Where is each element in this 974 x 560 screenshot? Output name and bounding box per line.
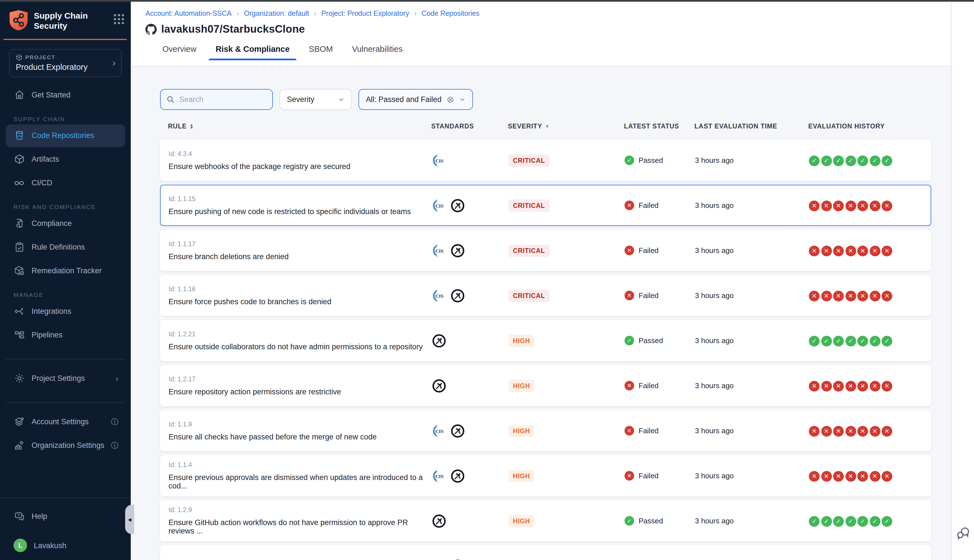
history-fail-icon[interactable]: ✕ (821, 200, 832, 211)
history-pass-icon[interactable]: ✓ (845, 335, 856, 346)
history-pass-icon[interactable]: ✓ (845, 155, 856, 166)
clear-filter-icon[interactable]: ⊗ (447, 95, 454, 104)
history-fail-icon[interactable]: ✕ (857, 380, 868, 391)
history-fail-icon[interactable]: ✕ (857, 290, 868, 301)
history-fail-icon[interactable]: ✕ (882, 380, 892, 391)
history-fail-icon[interactable]: ✕ (845, 290, 856, 301)
sidebar-item-get-started[interactable]: Get Started (6, 84, 125, 106)
sidebar-item-ci-cd[interactable]: CI/CD (6, 172, 125, 194)
history-fail-icon[interactable]: ✕ (845, 245, 856, 256)
history-pass-icon[interactable]: ✓ (833, 516, 844, 527)
history-fail-icon[interactable]: ✕ (882, 200, 892, 211)
info-icon[interactable]: ⓘ (111, 417, 118, 427)
table-row[interactable]: Id: 1.1.15 Ensure pushing of new code is… (160, 185, 931, 226)
history-fail-icon[interactable]: ✕ (869, 426, 880, 436)
history-pass-icon[interactable]: ✓ (833, 335, 844, 346)
sidebar-item-code-repositories[interactable]: </>Code Repositories (6, 124, 125, 147)
history-pass-icon[interactable]: ✓ (821, 335, 832, 346)
history-fail-icon[interactable]: ✕ (833, 290, 844, 301)
history-fail-icon[interactable]: ✕ (809, 471, 820, 482)
app-switcher-icon[interactable] (114, 14, 124, 24)
history-pass-icon[interactable]: ✓ (809, 335, 820, 346)
status-filter[interactable]: All: Passed and Failed ⊗ (359, 89, 473, 110)
history-fail-icon[interactable]: ✕ (869, 471, 880, 482)
history-fail-icon[interactable]: ✕ (821, 245, 832, 256)
sidebar-item-artifacts[interactable]: Artifacts (6, 148, 125, 170)
breadcrumb-link[interactable]: Organization: default (244, 10, 309, 17)
history-fail-icon[interactable]: ✕ (882, 426, 892, 436)
sidebar-item-compliance[interactable]: Compliance (6, 212, 125, 235)
severity-select[interactable]: Severity (280, 89, 352, 110)
sidebar-item-account-settings[interactable]: Account Settings ⓘ (6, 410, 125, 433)
history-fail-icon[interactable]: ✕ (882, 471, 892, 482)
history-fail-icon[interactable]: ✕ (882, 290, 892, 301)
table-row[interactable]: Id: 1.1.16 Ensure force pushes code to b… (160, 275, 931, 316)
help-button[interactable]: ? Help (6, 505, 125, 527)
info-icon[interactable]: ⓘ (111, 440, 118, 450)
history-pass-icon[interactable]: ✓ (857, 516, 868, 527)
sidebar-collapse-handle[interactable]: ◀ (125, 505, 134, 534)
history-fail-icon[interactable]: ✕ (809, 380, 820, 391)
history-fail-icon[interactable]: ✕ (869, 290, 880, 301)
breadcrumb-link[interactable]: Project: Product Exploratory (321, 10, 409, 17)
table-row[interactable]: Id: 1.1.17 Ensure branch deletions are d… (160, 230, 931, 271)
history-fail-icon[interactable]: ✕ (845, 200, 856, 211)
history-pass-icon[interactable]: ✓ (845, 516, 856, 527)
history-fail-icon[interactable]: ✕ (821, 471, 832, 482)
history-pass-icon[interactable]: ✓ (821, 155, 832, 166)
history-pass-icon[interactable]: ✓ (869, 155, 880, 166)
history-pass-icon[interactable]: ✓ (869, 335, 880, 346)
history-fail-icon[interactable]: ✕ (857, 200, 868, 211)
history-fail-icon[interactable]: ✕ (809, 290, 820, 301)
history-fail-icon[interactable]: ✕ (821, 380, 832, 391)
tab-risk-compliance[interactable]: Risk & Compliance (215, 45, 290, 60)
table-row[interactable]: Id: 1.1.9 Ensure all checks have passed … (160, 410, 931, 451)
support-chat-icon[interactable] (956, 526, 971, 542)
history-fail-icon[interactable]: ✕ (845, 380, 856, 391)
history-fail-icon[interactable]: ✕ (869, 200, 880, 211)
sidebar-item-remediation-tracker[interactable]: Remediation Tracker (6, 260, 125, 282)
history-fail-icon[interactable]: ✕ (857, 426, 868, 436)
history-fail-icon[interactable]: ✕ (809, 200, 820, 211)
sidebar-item-rule-definitions[interactable]: Rule Definitions (6, 236, 125, 258)
table-row[interactable]: Id: 1.1.5 CIS HIGH ✕ Failed 3 hours ago … (160, 545, 931, 560)
history-fail-icon[interactable]: ✕ (845, 471, 856, 482)
history-fail-icon[interactable]: ✕ (869, 380, 880, 391)
tab-sbom[interactable]: SBOM (309, 45, 333, 60)
table-row[interactable]: Id: 4.3.4 Ensure webhooks of the package… (160, 140, 931, 181)
history-fail-icon[interactable]: ✕ (833, 471, 844, 482)
history-fail-icon[interactable]: ✕ (869, 245, 880, 256)
tab-overview[interactable]: Overview (162, 45, 197, 60)
history-pass-icon[interactable]: ✓ (882, 516, 892, 527)
history-pass-icon[interactable]: ✓ (857, 155, 868, 166)
sidebar-item-organization-settings[interactable]: Organization Settings ⓘ (6, 434, 125, 457)
history-fail-icon[interactable]: ✕ (882, 245, 892, 256)
history-pass-icon[interactable]: ✓ (857, 335, 868, 346)
tab-vulnerabilities[interactable]: Vulnerabilities (352, 45, 402, 60)
history-fail-icon[interactable]: ✕ (833, 380, 844, 391)
breadcrumb-link[interactable]: Account: Automation-SSCA (145, 10, 232, 17)
history-pass-icon[interactable]: ✓ (809, 155, 820, 166)
history-fail-icon[interactable]: ✕ (833, 426, 844, 436)
history-fail-icon[interactable]: ✕ (857, 471, 868, 482)
sidebar-item-project-settings[interactable]: Project Settings › (6, 367, 125, 390)
history-fail-icon[interactable]: ✕ (857, 245, 868, 256)
history-fail-icon[interactable]: ✕ (809, 245, 820, 256)
search-input[interactable] (179, 95, 267, 104)
history-fail-icon[interactable]: ✕ (809, 426, 820, 436)
history-fail-icon[interactable]: ✕ (821, 290, 832, 301)
history-pass-icon[interactable]: ✓ (882, 335, 892, 346)
history-pass-icon[interactable]: ✓ (821, 516, 832, 527)
table-row[interactable]: Id: 1.1.4 Ensure previous approvals are … (160, 455, 931, 496)
table-row[interactable]: Id: 1.2.9 Ensure GitHub action workflows… (160, 500, 931, 542)
breadcrumb-link[interactable]: Code Repositories (422, 10, 480, 17)
project-selector[interactable]: PROJECT Product Exploratory › (9, 49, 122, 77)
sort-icon[interactable]: ▲▼ (190, 123, 194, 129)
user-menu[interactable]: L Lavakush (6, 534, 125, 557)
history-fail-icon[interactable]: ✕ (845, 426, 856, 436)
table-row[interactable]: Id: 1.2.17 Ensure repository action perm… (160, 365, 931, 406)
sidebar-item-integrations[interactable]: Integrations (6, 300, 125, 323)
history-pass-icon[interactable]: ✓ (809, 516, 820, 527)
table-row[interactable]: Id: 1.2.21 Ensure outside collaborators … (160, 320, 931, 361)
history-pass-icon[interactable]: ✓ (882, 155, 892, 166)
